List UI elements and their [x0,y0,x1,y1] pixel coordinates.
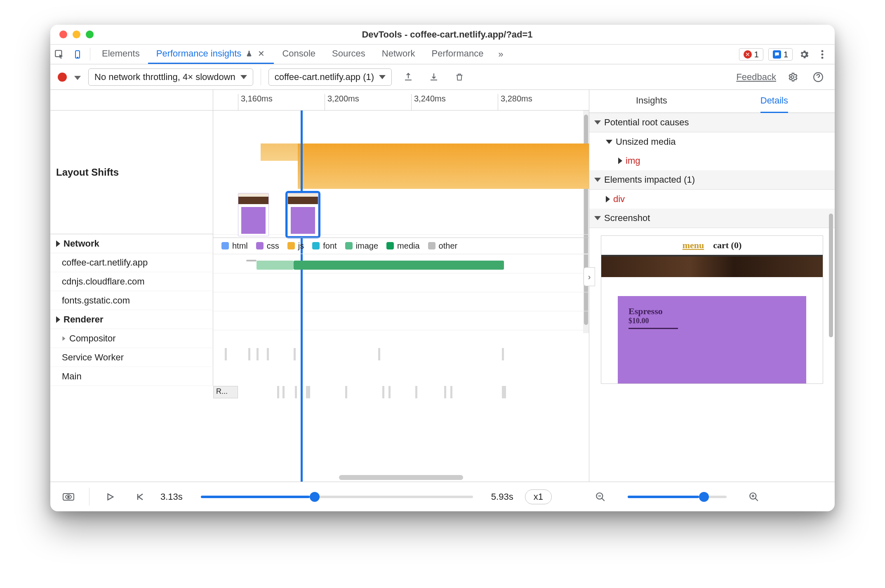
tree-unsized-media[interactable]: Unsized media [589,132,835,151]
svg-point-5 [821,56,824,59]
task-block[interactable]: R... [213,386,238,398]
message-icon [773,50,781,59]
tab-network[interactable]: Network [374,45,424,64]
expand-icon [594,120,601,125]
collapse-panel-icon[interactable]: › [584,267,595,286]
ruler-tick: 3,160ms [238,94,273,111]
legend-item: image [345,241,378,251]
svg-line-12 [602,498,605,501]
session-dropdown[interactable]: coffee-cart.netlify.app (1) [268,68,392,86]
timeline-lanes[interactable]: html css js font image media other [213,111,589,482]
legend-item: css [256,241,279,251]
insights-toolbar: No network throttling, 4× slowdown coffe… [50,64,835,90]
throttling-dropdown[interactable]: No network throttling, 4× slowdown [88,68,253,86]
network-host[interactable]: fonts.gstatic.com [50,291,213,310]
screenshot-nav: menu cart (0) [601,236,823,255]
zoom-out-icon[interactable] [591,492,610,502]
tree-img[interactable]: img [589,151,835,170]
session-value: coffee-cart.netlify.app (1) [275,72,374,82]
expand-icon [618,158,622,164]
horizontal-scroll-thumb[interactable] [339,475,463,480]
tab-label: Network [382,48,415,59]
expand-icon [594,178,601,182]
ruler-tick: 3,280ms [498,94,532,111]
vertical-scrollbar[interactable] [828,90,834,482]
layout-shift-thumb[interactable] [238,193,269,236]
track-renderer[interactable]: Renderer [50,310,213,329]
svg-point-10 [68,496,69,498]
tab-insights[interactable]: Insights [636,90,667,113]
device-toolbar-icon[interactable] [68,45,87,64]
renderer-ticks: R... [213,330,589,404]
maximize-window-button[interactable] [86,31,94,38]
close-tab-icon[interactable]: ✕ [257,49,266,59]
renderer-sub[interactable]: Compositor [50,329,213,348]
close-window-button[interactable] [59,31,67,38]
play-icon[interactable] [101,492,119,502]
devtools-window: DevTools - coffee-cart.netlify.app/?ad=1… [50,25,835,511]
renderer-sub[interactable]: Main [50,367,213,386]
skip-to-start-icon[interactable] [131,492,149,502]
request-bar[interactable] [257,261,294,270]
record-button[interactable] [58,73,67,82]
request-bar[interactable] [246,260,257,261]
cls-bar[interactable] [261,143,298,161]
delete-icon[interactable] [450,72,468,82]
screenshot-product-card: Espresso $10.00 [618,296,806,383]
track-network[interactable]: Network [50,234,213,253]
details-tabs: Insights Details [589,90,835,113]
flask-icon [245,49,253,58]
timeline-panel: 3,160ms 3,200ms 3,240ms 3,280ms Layout S… [50,90,589,482]
main-body: 3,160ms 3,200ms 3,240ms 3,280ms Layout S… [50,90,835,482]
expand-icon [606,196,610,202]
tracks-area: Layout Shifts Network coffee-cart.netlif… [50,111,589,482]
cls-bar[interactable] [298,143,589,189]
tree-div[interactable]: div [589,190,835,209]
message-count: 1 [784,50,788,59]
legend-item: font [312,241,337,251]
kebab-menu-icon[interactable] [813,45,831,64]
import-icon[interactable] [425,72,443,82]
devtools-tabstrip: Elements Performance insights ✕ Console … [50,45,835,64]
export-icon[interactable] [399,72,417,82]
track-layout-shifts[interactable]: Layout Shifts [50,111,213,234]
legend-item: html [221,241,248,251]
zoom-in-icon[interactable] [745,492,763,502]
layout-shift-thumb-selected[interactable] [287,193,318,236]
toggle-preview-icon[interactable] [59,492,78,502]
request-bar[interactable] [294,261,504,270]
error-icon: ✕ [744,50,752,59]
error-count-badge[interactable]: ✕ 1 [739,48,763,61]
tab-details[interactable]: Details [760,90,788,113]
help-icon[interactable] [809,72,827,82]
playback-slider[interactable] [201,496,473,498]
record-dropdown-caret[interactable] [74,72,81,82]
zoom-slider[interactable] [628,496,727,498]
product-price: $10.00 [628,317,796,325]
more-tabs-icon[interactable]: » [492,45,510,64]
inspect-element-icon[interactable] [50,45,68,64]
network-host[interactable]: cdnjs.cloudflare.com [50,272,213,291]
feedback-link[interactable]: Feedback [736,72,776,82]
playhead[interactable] [301,111,303,482]
renderer-sub[interactable]: Service Worker [50,348,213,367]
section-elements-impacted[interactable]: Elements impacted (1) [589,170,835,190]
section-root-causes[interactable]: Potential root causes [589,113,835,132]
tab-performance-insights[interactable]: Performance insights ✕ [148,45,274,64]
details-panel: › Insights Details Potential root causes… [589,90,835,482]
minimize-window-button[interactable] [73,31,80,38]
time-ruler[interactable]: 3,160ms 3,200ms 3,240ms 3,280ms [50,90,589,111]
message-count-badge[interactable]: 1 [768,48,793,61]
tab-elements[interactable]: Elements [94,45,148,64]
section-screenshot[interactable]: Screenshot [589,209,835,228]
screenshot-preview: menu cart (0) Espresso $10.00 [601,235,823,384]
playback-start-time: 3.13s [160,492,183,502]
speed-pill[interactable]: x1 [525,489,552,504]
settings-icon[interactable] [795,45,813,64]
network-host[interactable]: coffee-cart.netlify.app [50,253,213,272]
panel-settings-icon[interactable] [784,72,802,82]
svg-point-4 [821,53,824,55]
tab-console[interactable]: Console [274,45,324,64]
tab-performance[interactable]: Performance [424,45,492,64]
tab-sources[interactable]: Sources [324,45,374,64]
